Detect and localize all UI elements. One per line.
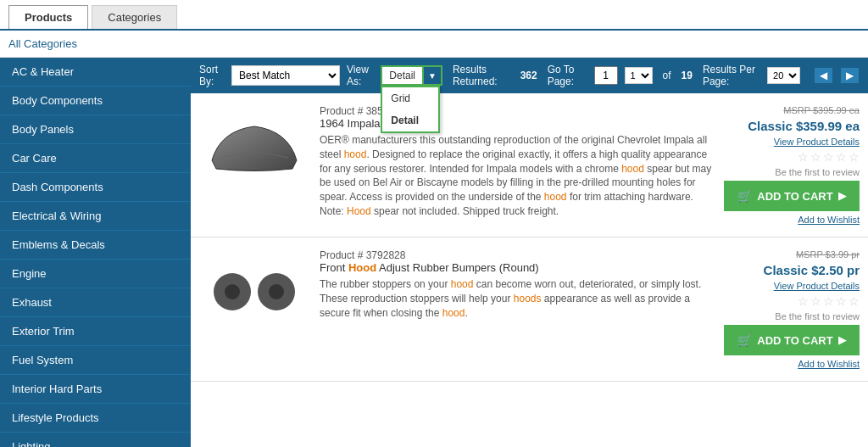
next-page-button[interactable]: ▶	[840, 67, 860, 84]
product-view-details-1[interactable]: View Product Details	[774, 137, 860, 147]
table-row: Product # 3855452 1964 Impala Steel Hood…	[191, 93, 868, 237]
bumper-circle-2	[258, 273, 295, 310]
cart-icon-2: 🛒	[737, 333, 752, 347]
product-title-1: 1964 Impala Steel Hood	[320, 117, 714, 130]
page-select-arrow[interactable]: 1	[625, 67, 653, 84]
add-wishlist-link-1[interactable]: Add to Wishlist	[798, 215, 860, 225]
view-as-dropdown-container: Detail ▼ Grid Detail	[381, 65, 442, 86]
prev-page-button[interactable]: ◀	[814, 67, 833, 84]
page-of-label: of	[663, 70, 671, 81]
sidebar-item-body-panels[interactable]: Body Panels	[0, 115, 191, 144]
star-3: ☆	[823, 150, 834, 164]
sidebar-item-dash-components[interactable]: Dash Components	[0, 173, 191, 202]
sidebar-item-ac-heater[interactable]: AC & Heater	[0, 58, 191, 87]
sidebar-item-fuel-system[interactable]: Fuel System	[0, 346, 191, 375]
cart-icon-1: 🛒	[737, 189, 752, 203]
view-option-grid[interactable]: Grid	[382, 87, 438, 109]
star-3: ☆	[823, 294, 834, 308]
sort-by-label: Sort By:	[199, 64, 225, 87]
sidebar-item-emblems-decals[interactable]: Emblems & Decals	[0, 231, 191, 260]
product-price-col-1: MSRP $395.99 ea Classic $359.99 ea View …	[724, 105, 860, 225]
bumper-image	[203, 258, 305, 326]
star-5: ☆	[849, 294, 860, 308]
page-total: 19	[682, 70, 693, 81]
content-area: Sort By: Best Match Price: Low to High P…	[191, 58, 868, 447]
product-number-2: Product # 3792828	[320, 249, 714, 261]
header-tabs: Products Categories	[0, 0, 868, 31]
add-to-cart-button-1[interactable]: 🛒 ADD TO CART ▶	[724, 181, 860, 211]
tab-products[interactable]: Products	[8, 5, 88, 29]
table-row: Product # 3792828 Front Hood Adjust Rubb…	[191, 237, 868, 382]
breadcrumb-link[interactable]: All Categories	[8, 37, 77, 50]
product-stars-1: ☆ ☆ ☆ ☆ ☆	[798, 150, 860, 164]
star-4: ☆	[836, 150, 847, 164]
product-title-plain-2: Front	[320, 261, 348, 274]
product-title-highlight-2: Hood	[348, 261, 376, 274]
bumper-circle-1	[214, 273, 251, 310]
go-to-page-label: Go To Page:	[548, 64, 587, 87]
sidebar-item-exhaust[interactable]: Exhaust	[0, 288, 191, 317]
product-info-2: Product # 3792828 Front Hood Adjust Rubb…	[320, 249, 714, 320]
star-4: ☆	[836, 294, 847, 308]
sidebar-item-electrical-wiring[interactable]: Electrical & Wiring	[0, 202, 191, 231]
tab-categories[interactable]: Categories	[92, 5, 177, 29]
per-page-select[interactable]: 20	[767, 67, 800, 84]
add-to-cart-label-1: ADD TO CART	[757, 190, 832, 203]
product-info-1: Product # 3855452 1964 Impala Steel Hood…	[320, 105, 714, 219]
product-description-2: The rubber stoppers on your hood can bec…	[320, 277, 714, 320]
product-title-2: Front Hood Adjust Rubber Bumpers (Round)	[320, 261, 714, 274]
sidebar-item-engine[interactable]: Engine	[0, 260, 191, 288]
product-list: Product # 3855452 1964 Impala Steel Hood…	[191, 93, 868, 382]
add-to-cart-button-2[interactable]: 🛒 ADD TO CART ▶	[724, 325, 860, 355]
sidebar-item-interior-hard-parts[interactable]: Interior Hard Parts	[0, 375, 191, 404]
star-2: ☆	[810, 150, 821, 164]
product-image-1	[199, 105, 309, 190]
product-stars-2: ☆ ☆ ☆ ☆ ☆	[798, 294, 860, 308]
product-view-details-2[interactable]: View Product Details	[774, 281, 860, 291]
view-as-arrow-button[interactable]: ▼	[424, 65, 442, 86]
sidebar-item-body-components[interactable]: Body Components	[0, 87, 191, 115]
product-title-rest-2: Adjust Rubber Bumpers (Round)	[376, 261, 538, 274]
view-option-detail[interactable]: Detail	[382, 109, 438, 131]
results-returned-label: Results Returned:	[453, 64, 510, 87]
add-to-cart-label-2: ADD TO CART	[757, 334, 832, 347]
product-price-col-2: MSRP $3.99 pr Classic $2.50 pr View Prod…	[724, 249, 860, 369]
product-review-label-2: Be the first to review	[775, 311, 860, 321]
results-count: 362	[520, 70, 537, 81]
product-description-1: OER® manufacturers this outstanding repr…	[320, 133, 714, 219]
breadcrumb: All Categories	[0, 31, 868, 58]
star-2: ☆	[810, 294, 821, 308]
star-1: ☆	[798, 294, 809, 308]
product-msrp-2: MSRP $3.99 pr	[796, 249, 860, 260]
product-review-label-1: Be the first to review	[775, 167, 860, 177]
sidebar-item-lighting[interactable]: Lighting	[0, 433, 191, 447]
arrow-icon-2: ▶	[838, 334, 846, 346]
view-as-label: View As:	[347, 64, 374, 87]
product-price-1: Classic $359.99 ea	[748, 119, 860, 133]
sidebar-item-exterior-trim[interactable]: Exterior Trim	[0, 317, 191, 346]
page-input[interactable]	[594, 66, 618, 85]
sidebar: AC & Heater Body Components Body Panels …	[0, 58, 191, 447]
sort-by-select[interactable]: Best Match Price: Low to High Price: Hig…	[231, 65, 340, 86]
product-number-1: Product # 3855452	[320, 105, 714, 117]
product-image-2	[199, 249, 309, 334]
toolbar: Sort By: Best Match Price: Low to High P…	[191, 58, 868, 93]
arrow-icon-1: ▶	[838, 190, 846, 202]
view-as-menu: Grid Detail	[381, 86, 440, 133]
view-as-main-button[interactable]: Detail	[381, 65, 424, 86]
add-wishlist-link-2[interactable]: Add to Wishlist	[798, 359, 860, 369]
results-per-page-label: Results Per Page:	[703, 64, 760, 87]
product-msrp-1: MSRP $395.99 ea	[783, 105, 860, 115]
star-5: ☆	[849, 150, 860, 164]
star-1: ☆	[798, 150, 809, 164]
sidebar-item-lifestyle-products[interactable]: Lifestyle Products	[0, 404, 191, 433]
sidebar-item-car-care[interactable]: Car Care	[0, 144, 191, 173]
product-price-2: Classic $2.50 pr	[764, 263, 860, 277]
main-layout: AC & Heater Body Components Body Panels …	[0, 58, 868, 447]
